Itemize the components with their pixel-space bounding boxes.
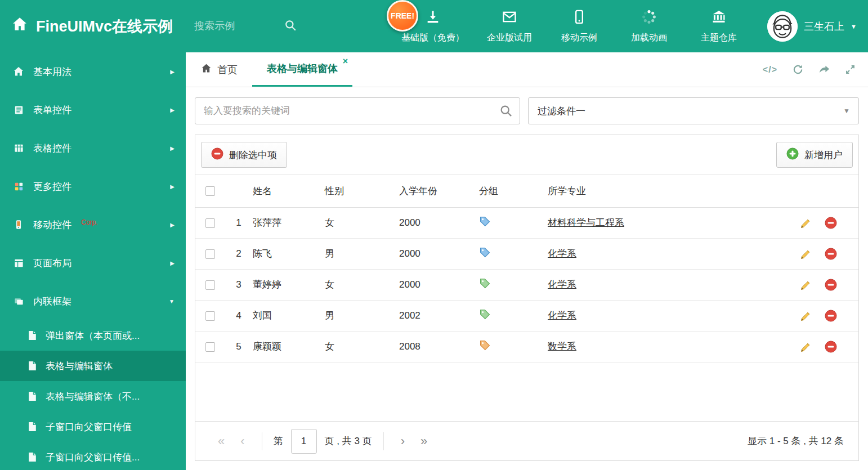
table-row: 2陈飞男2000化学系	[195, 238, 858, 269]
major-link[interactable]: 材料科学与工程系	[548, 217, 624, 228]
last-page-button[interactable]: »	[420, 435, 427, 447]
chevron-right-icon: ▶	[170, 145, 175, 151]
source-code-icon[interactable]: </>	[763, 65, 777, 75]
frame-icon	[12, 296, 25, 307]
row-index: 3	[225, 269, 253, 300]
sidebar-subitem-child-to-parent[interactable]: 子窗口向父窗口传值	[0, 411, 186, 442]
sidebar-item-basic-usage[interactable]: 基本用法▶	[0, 52, 186, 91]
nav-item-enterprise[interactable]: 企业版试用	[485, 9, 534, 44]
sidebar-item-more-controls[interactable]: 更多控件▶	[0, 167, 186, 205]
select-all-checkbox[interactable]	[205, 186, 215, 196]
nav-label: 加载动画	[631, 32, 667, 44]
major-link[interactable]: 数学系	[548, 341, 576, 352]
nav-item-basic-free[interactable]: FREE! 基础版（免费）	[401, 9, 464, 44]
avatar	[767, 11, 798, 42]
major-link[interactable]: 化学系	[548, 248, 576, 259]
filter-dropdown-value: 过滤条件一	[538, 105, 585, 118]
column-header-name[interactable]: 姓名	[253, 175, 325, 207]
delete-selected-button[interactable]: 删除选中项	[201, 142, 287, 168]
page-number-input[interactable]	[291, 429, 317, 454]
tab-home[interactable]: 首页	[186, 52, 252, 87]
refresh-icon[interactable]	[792, 64, 804, 75]
pager-divider	[262, 432, 262, 450]
table-row: 4刘国男2002化学系	[195, 300, 858, 331]
pagination-bar: « ‹ 第 页 , 共 3 页 › » 显示 1 - 5 条 , 共 12 条	[195, 421, 858, 460]
header-search-input[interactable]	[193, 20, 278, 33]
tag-icon[interactable]	[479, 339, 491, 351]
sidebar-item-label: 基本用法	[33, 65, 71, 78]
tag-icon[interactable]	[479, 277, 491, 289]
column-header-year[interactable]: 入学年份	[399, 175, 479, 207]
record-summary: 显示 1 - 5 条 , 共 12 条	[748, 435, 844, 447]
minus-circle-icon	[211, 147, 223, 163]
cell-gender: 男	[325, 300, 399, 331]
file-icon	[26, 330, 38, 341]
open-new-window-icon[interactable]	[818, 64, 830, 75]
nav-label: 移动示例	[561, 32, 597, 44]
edit-icon[interactable]	[800, 217, 812, 229]
row-checkbox[interactable]	[205, 311, 215, 321]
delete-icon[interactable]	[825, 217, 837, 229]
nav-item-mobile-demo[interactable]: 移动示例	[554, 9, 604, 44]
tag-icon[interactable]	[479, 308, 491, 320]
search-icon[interactable]	[284, 19, 297, 34]
sidebar-subitem-grid-edit-window-2[interactable]: 表格与编辑窗体（不...	[0, 381, 186, 411]
prev-page-button[interactable]: ‹	[240, 435, 244, 447]
column-header-gender[interactable]: 性别	[325, 175, 399, 207]
edit-icon[interactable]	[800, 341, 812, 353]
edit-icon[interactable]	[800, 310, 812, 322]
tab-grid-edit-window[interactable]: 表格与编辑窗体 ×	[252, 52, 352, 87]
fullscreen-icon[interactable]	[845, 64, 856, 75]
cell-name: 刘国	[253, 300, 325, 331]
add-user-button[interactable]: 新增用户	[776, 142, 853, 168]
edit-icon[interactable]	[800, 279, 812, 291]
search-icon[interactable]	[499, 104, 513, 120]
cell-gender: 男	[325, 238, 399, 269]
keyword-search-input[interactable]	[195, 97, 520, 124]
delete-icon[interactable]	[825, 341, 837, 353]
chevron-right-icon: ▶	[170, 183, 175, 190]
tag-icon[interactable]	[479, 216, 491, 227]
row-index: 1	[225, 207, 253, 238]
filter-dropdown[interactable]: 过滤条件一 ▼	[528, 97, 859, 124]
sidebar-item-mobile-controls[interactable]: 移动控件Corp.▶	[0, 205, 186, 244]
edit-icon[interactable]	[800, 248, 812, 260]
table-header-row: 姓名 性别 入学年份 分组 所学专业	[195, 175, 858, 207]
chevron-down-icon: ▼	[851, 23, 857, 30]
row-checkbox[interactable]	[205, 280, 215, 290]
brand[interactable]: FineUIMvc在线示例	[11, 16, 173, 37]
sidebar-subitem-grid-edit-window[interactable]: 表格与编辑窗体	[0, 351, 186, 381]
sidebar-item-page-layout[interactable]: 页面布局▶	[0, 244, 186, 282]
header-nav: FREE! 基础版（免费） 企业版试用 移动示例	[401, 9, 744, 44]
delete-icon[interactable]	[825, 310, 837, 322]
row-checkbox[interactable]	[205, 342, 215, 352]
row-index: 5	[225, 331, 253, 362]
row-checkbox[interactable]	[205, 218, 215, 228]
tab-tools: </>	[763, 52, 868, 87]
sidebar-subitem-label: 表格与编辑窗体	[46, 360, 113, 373]
delete-icon[interactable]	[825, 248, 837, 260]
next-page-button[interactable]: ›	[401, 435, 405, 447]
mail-icon	[502, 9, 517, 27]
first-page-button[interactable]: «	[218, 435, 225, 447]
close-icon[interactable]: ×	[343, 57, 348, 66]
column-header-major[interactable]: 所学专业	[548, 175, 788, 207]
tag-icon[interactable]	[479, 247, 491, 258]
delete-icon[interactable]	[825, 279, 837, 291]
sidebar-item-grid-controls[interactable]: 表格控件▶	[0, 129, 186, 167]
column-header-group[interactable]: 分组	[479, 175, 548, 207]
cell-year: 2000	[399, 238, 479, 269]
sidebar-item-inline-frame[interactable]: 内联框架▼	[0, 282, 186, 320]
row-checkbox[interactable]	[205, 249, 215, 259]
sidebar-subitem-child-to-parent-2[interactable]: 子窗口向父窗口传值...	[0, 442, 186, 470]
bank-icon	[711, 9, 727, 27]
major-link[interactable]: 化学系	[548, 279, 576, 290]
sidebar-item-form-controls[interactable]: 表单控件▶	[0, 91, 186, 129]
main-content: 首页 表格与编辑窗体 × </>	[186, 52, 868, 470]
user-menu[interactable]: 三生石上 ▼	[767, 11, 857, 42]
nav-item-theme-store[interactable]: 主题仓库	[694, 9, 744, 44]
nav-item-loading-anim[interactable]: 加载动画	[624, 9, 674, 44]
major-link[interactable]: 化学系	[548, 310, 576, 321]
table-row: 1张萍萍女2000材料科学与工程系	[195, 207, 858, 238]
sidebar-subitem-popup-window[interactable]: 弹出窗体（本页面或...	[0, 320, 186, 351]
